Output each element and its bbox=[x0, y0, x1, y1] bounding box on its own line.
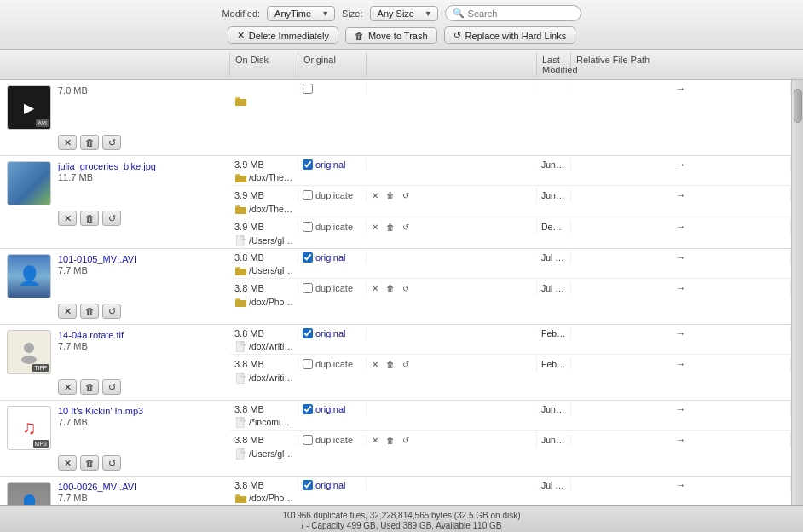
delete-immediately-button[interactable]: ✕ Delete Immediately bbox=[228, 26, 338, 44]
status-line1: 101966 duplicate files, 32,228,814,565 b… bbox=[9, 511, 794, 520]
remove-button[interactable]: ✕ bbox=[58, 211, 77, 226]
cell-date: Jul 22, 2002 at 5:38:45 PM bbox=[537, 252, 571, 263]
original-label: original bbox=[315, 480, 345, 490]
cell-arrow: → bbox=[571, 357, 791, 371]
move-to-trash-button[interactable]: 🗑 Move to Trash bbox=[345, 27, 437, 44]
replace-hard-links-button[interactable]: ↺ Replace with Hard Links bbox=[444, 26, 576, 44]
cell-date: Feb 9, 2004 at 12:40:54 PM bbox=[537, 358, 571, 370]
remove-button[interactable]: ✕ bbox=[58, 304, 77, 319]
modified-dropdown-arrow: ▼ bbox=[321, 9, 329, 18]
original-checkbox[interactable] bbox=[303, 283, 313, 293]
trash-button[interactable]: 🗑 bbox=[80, 135, 99, 150]
trash-button[interactable]: 🗑 bbox=[80, 455, 99, 471]
svg-rect-8 bbox=[236, 341, 244, 352]
modified-value: AnyTime bbox=[274, 9, 311, 19]
file-left: ▶AVI7.0 MB✕🗑↺ bbox=[0, 80, 230, 155]
cell-path: /Users/glenn/Mu...t's Kickin' In.mp3 bbox=[230, 448, 298, 460]
trash-button[interactable]: 🗑 bbox=[80, 304, 99, 319]
cell-row-actions bbox=[367, 484, 537, 486]
original-checkbox[interactable] bbox=[303, 159, 313, 170]
original-checkbox[interactable] bbox=[303, 435, 313, 445]
cell-row-actions: ✕🗑↺ bbox=[367, 356, 537, 372]
row-replace-btn[interactable]: ↺ bbox=[399, 220, 413, 234]
cell-original[interactable]: original bbox=[298, 479, 367, 491]
cell-original[interactable]: duplicate bbox=[298, 434, 367, 446]
original-checkbox[interactable] bbox=[303, 328, 313, 338]
file-name: julia_groceries_bike.jpg bbox=[58, 161, 156, 171]
file-icon bbox=[234, 373, 246, 383]
cell-original[interactable]: original bbox=[298, 252, 367, 263]
file-group: TIFF14-04a rotate.tif7.7 MB✕🗑↺3.8 MBorig… bbox=[0, 325, 791, 401]
original-checkbox[interactable] bbox=[303, 480, 313, 490]
cell-original[interactable] bbox=[298, 83, 367, 95]
file-size: 7.7 MB bbox=[58, 265, 136, 275]
folder-icon bbox=[234, 494, 246, 503]
row-remove-btn[interactable]: ✕ bbox=[368, 357, 382, 371]
cell-original[interactable]: duplicate bbox=[298, 189, 367, 201]
cell-arrow: → bbox=[571, 281, 791, 295]
col-header-actions bbox=[367, 53, 537, 77]
toolbar-row1: Modified: AnyTime ▼ Size: Any Size ▼ 🔍 bbox=[9, 5, 794, 21]
cell-original[interactable]: original bbox=[298, 403, 367, 415]
row-trash-btn[interactable]: 🗑 bbox=[384, 281, 397, 295]
cell-row-actions: ✕🗑↺ bbox=[367, 280, 537, 296]
status-line2: / - Capacity 499 GB, Used 389 GB, Availa… bbox=[9, 521, 794, 530]
scrollbar-thumb[interactable] bbox=[794, 89, 802, 123]
replace-button[interactable]: ↺ bbox=[102, 211, 121, 226]
row-replace-btn[interactable]: ↺ bbox=[399, 433, 413, 447]
cell-row-actions bbox=[367, 257, 537, 258]
row-remove-btn[interactable]: ✕ bbox=[368, 281, 382, 295]
delete-label: Delete Immediately bbox=[249, 31, 329, 41]
cell-original[interactable]: duplicate bbox=[298, 358, 367, 370]
modified-dropdown[interactable]: AnyTime ▼ bbox=[267, 6, 335, 21]
replace-button[interactable]: ↺ bbox=[102, 379, 121, 395]
row-trash-btn[interactable]: 🗑 bbox=[384, 188, 397, 202]
cell-path: /dox/The Magazi...roceries_bike.jpg bbox=[230, 203, 298, 215]
cell-original[interactable]: original bbox=[298, 159, 367, 171]
row-replace-btn[interactable]: ↺ bbox=[399, 357, 413, 371]
cell-original[interactable]: duplicate bbox=[298, 282, 367, 294]
remove-button[interactable]: ✕ bbox=[58, 379, 77, 395]
cell-path: /dox/Photos/020...01-0105_MVI.AVI bbox=[230, 296, 298, 308]
original-checkbox[interactable] bbox=[303, 252, 313, 263]
original-label: duplicate bbox=[315, 222, 353, 232]
row-trash-btn[interactable]: 🗑 bbox=[384, 433, 397, 447]
scrollbar-track[interactable] bbox=[791, 80, 803, 505]
replace-icon: ↺ bbox=[453, 30, 461, 41]
remove-button[interactable]: ✕ bbox=[58, 455, 77, 471]
search-box[interactable]: 🔍 bbox=[445, 5, 581, 21]
remove-button[interactable]: ✕ bbox=[58, 135, 77, 150]
row-replace-btn[interactable]: ↺ bbox=[399, 188, 413, 202]
search-input[interactable] bbox=[468, 9, 570, 19]
replace-button[interactable]: ↺ bbox=[102, 135, 121, 150]
svg-rect-0 bbox=[235, 99, 246, 106]
original-label: original bbox=[315, 328, 345, 338]
cell-original[interactable]: original bbox=[298, 327, 367, 339]
file-group: 👤100-0026_MVI.AVI7.7 MB✕🗑↺3.8 MBoriginal… bbox=[0, 477, 791, 505]
cell-path: /*incoming/The...It's Kickin' In.mp3 bbox=[230, 416, 298, 428]
row-remove-btn[interactable]: ✕ bbox=[368, 220, 382, 234]
file-group: ▶AVI7.0 MB✕🗑↺→ bbox=[0, 80, 791, 156]
cell-row-actions bbox=[367, 164, 537, 165]
original-checkbox[interactable] bbox=[303, 190, 313, 200]
row-remove-btn[interactable]: ✕ bbox=[368, 188, 382, 202]
cell-ondisk: 3.8 MB bbox=[230, 403, 298, 415]
folder-icon bbox=[234, 205, 246, 214]
replace-button[interactable]: ↺ bbox=[102, 304, 121, 319]
cell-ondisk: 3.8 MB bbox=[230, 434, 298, 446]
original-checkbox[interactable] bbox=[303, 404, 313, 414]
replace-button[interactable]: ↺ bbox=[102, 455, 121, 471]
trash-button[interactable]: 🗑 bbox=[80, 211, 99, 226]
row-trash-btn[interactable]: 🗑 bbox=[384, 357, 397, 371]
original-checkbox[interactable] bbox=[303, 359, 313, 369]
size-dropdown[interactable]: Any Size ▼ bbox=[370, 6, 438, 21]
cell-original[interactable]: duplicate bbox=[298, 221, 367, 233]
file-size: 7.7 MB bbox=[58, 493, 136, 503]
original-checkbox[interactable] bbox=[303, 84, 313, 94]
original-checkbox[interactable] bbox=[303, 222, 313, 232]
trash-button[interactable]: 🗑 bbox=[80, 379, 99, 395]
row-replace-btn[interactable]: ↺ bbox=[399, 281, 413, 295]
row-remove-btn[interactable]: ✕ bbox=[368, 433, 382, 447]
path-text: /Users/glenn/Pic...01-0105_MVI.AVI bbox=[249, 265, 294, 275]
row-trash-btn[interactable]: 🗑 bbox=[384, 220, 397, 234]
